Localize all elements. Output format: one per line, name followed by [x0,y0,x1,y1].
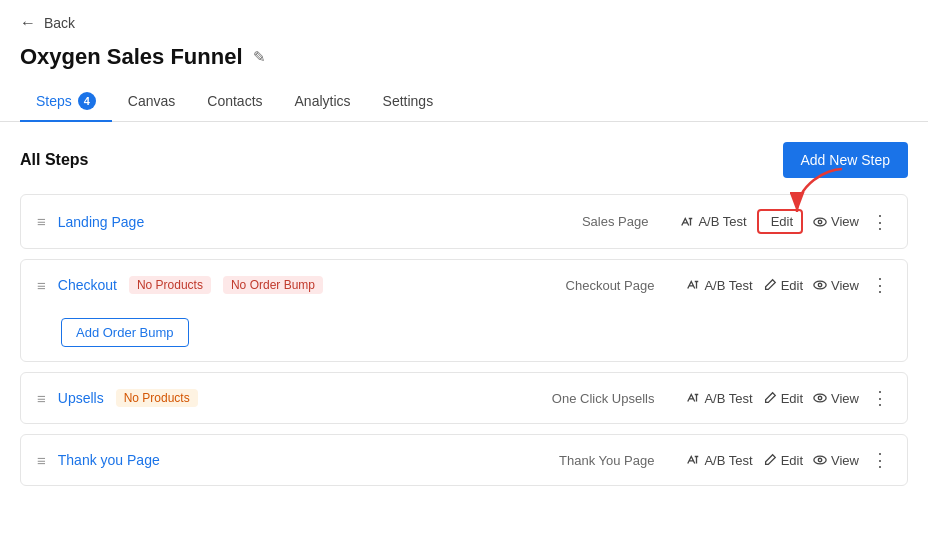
page-title-row: Oxygen Sales Funnel ✎ [0,40,928,82]
edit-icon-checkout [763,278,777,292]
top-bar: ← Back [0,0,928,40]
svg-point-5 [814,394,826,402]
checkout-top-row: ≡ Checkout No Products No Order Bump Che… [21,260,907,310]
tab-settings-label: Settings [383,93,434,109]
more-button-upsells[interactable]: ⋮ [869,387,891,409]
view-icon-checkout [813,278,827,292]
back-arrow-icon[interactable]: ← [20,14,36,32]
content-area: All Steps Add New Step ≡ Landing Page Sa… [0,122,928,516]
tab-settings[interactable]: Settings [367,83,450,121]
svg-point-2 [818,220,822,224]
ab-test-button-upsells[interactable]: A/B Test [686,391,752,406]
drag-icon-thank-you: ≡ [37,452,46,469]
step-actions-landing-page: A/B Test Edit V [680,209,891,234]
tab-canvas[interactable]: Canvas [112,83,191,121]
drag-icon-upsells: ≡ [37,390,46,407]
edit-icon-upsells [763,391,777,405]
step-type-landing-page: Sales Page [582,214,649,229]
badge-no-products-checkout: No Products [129,276,211,294]
ab-test-icon [680,215,694,229]
svg-point-3 [814,281,826,289]
tab-steps-label: Steps [36,93,72,109]
view-icon-thank-you [813,453,827,467]
svg-point-7 [814,456,826,464]
drag-icon-landing-page: ≡ [37,213,46,230]
edit-title-icon[interactable]: ✎ [253,48,266,66]
more-button-checkout[interactable]: ⋮ [869,274,891,296]
step-row-upsells: ≡ Upsells No Products One Click Upsells … [20,372,908,424]
step-actions-checkout: A/B Test Edit View ⋮ [686,274,891,296]
edit-icon-thank-you [763,453,777,467]
add-order-bump-row: Add Order Bump [21,310,907,361]
view-button-landing-page[interactable]: View [813,214,859,229]
edit-button-checkout[interactable]: Edit [763,278,803,293]
all-steps-label: All Steps [20,151,88,169]
step-row-checkout: ≡ Checkout No Products No Order Bump Che… [20,259,908,362]
ab-test-icon-thank-you [686,453,700,467]
tab-analytics-label: Analytics [295,93,351,109]
svg-point-1 [814,218,826,226]
step-type-thank-you: Thank You Page [559,453,654,468]
ab-test-icon-upsells [686,391,700,405]
svg-point-4 [818,283,822,287]
ab-test-button-thank-you[interactable]: A/B Test [686,453,752,468]
more-button-landing-page[interactable]: ⋮ [869,211,891,233]
tab-canvas-label: Canvas [128,93,175,109]
tab-contacts[interactable]: Contacts [191,83,278,121]
more-button-thank-you[interactable]: ⋮ [869,449,891,471]
tab-contacts-label: Contacts [207,93,262,109]
view-icon-landing-page [813,215,827,229]
section-header: All Steps Add New Step [20,142,908,178]
view-button-thank-you[interactable]: View [813,453,859,468]
view-icon-upsells [813,391,827,405]
ab-test-icon-checkout [686,278,700,292]
view-button-upsells[interactable]: View [813,391,859,406]
ab-test-button-landing-page[interactable]: A/B Test [680,214,746,229]
tab-analytics[interactable]: Analytics [279,83,367,121]
ab-test-button-checkout[interactable]: A/B Test [686,278,752,293]
add-order-bump-button[interactable]: Add Order Bump [61,318,189,347]
step-row-thank-you-page: ≡ Thank you Page Thank You Page A/B Test… [20,434,908,486]
badge-no-order-bump-checkout: No Order Bump [223,276,323,294]
step-actions-upsells: A/B Test Edit View ⋮ [686,387,891,409]
step-type-upsells: One Click Upsells [552,391,655,406]
edit-button-landing-page[interactable]: Edit [757,209,803,234]
edit-button-thank-you[interactable]: Edit [763,453,803,468]
step-actions-thank-you: A/B Test Edit View ⋮ [686,449,891,471]
svg-point-8 [818,458,822,462]
tab-steps[interactable]: Steps 4 [20,82,112,122]
page-title: Oxygen Sales Funnel [20,44,243,70]
drag-icon-checkout: ≡ [37,277,46,294]
step-name-upsells[interactable]: Upsells [58,390,104,406]
view-button-checkout[interactable]: View [813,278,859,293]
step-name-checkout[interactable]: Checkout [58,277,117,293]
tab-steps-badge: 4 [78,92,96,110]
step-name-thank-you[interactable]: Thank you Page [58,452,160,468]
step-row-landing-page: ≡ Landing Page Sales Page A/B Test Edit [20,194,908,249]
step-type-checkout: Checkout Page [566,278,655,293]
step-name-landing-page[interactable]: Landing Page [58,214,144,230]
edit-button-upsells[interactable]: Edit [763,391,803,406]
tabs-row: Steps 4 Canvas Contacts Analytics Settin… [0,82,928,122]
back-link[interactable]: Back [44,15,75,31]
add-new-step-button[interactable]: Add New Step [783,142,909,178]
svg-point-6 [818,396,822,400]
badge-no-products-upsells: No Products [116,389,198,407]
